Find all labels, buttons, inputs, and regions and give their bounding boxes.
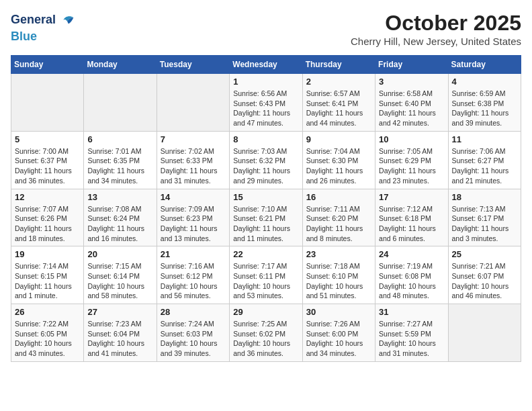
month-title: October 2025 [351,11,521,36]
day-number: 22 [233,249,298,259]
calendar-cell: 18Sunrise: 7:13 AMSunset: 6:17 PMDayligh… [448,189,521,246]
day-info: Sunrise: 7:12 AMSunset: 6:18 PMDaylight:… [379,204,444,244]
calendar-cell: 5Sunrise: 7:00 AMSunset: 6:37 PMDaylight… [11,131,84,189]
logo: General Blue [11,11,77,44]
day-info: Sunrise: 7:16 AMSunset: 6:12 PMDaylight:… [161,261,226,301]
calendar-cell: 28Sunrise: 7:24 AMSunset: 6:03 PMDayligh… [157,304,229,362]
weekday-header-tuesday: Tuesday [157,56,229,74]
day-info: Sunrise: 7:04 AMSunset: 6:30 PMDaylight:… [306,146,371,186]
day-number: 11 [452,134,517,144]
day-number: 9 [306,134,371,144]
calendar-cell: 4Sunrise: 6:59 AMSunset: 6:38 PMDaylight… [448,74,521,132]
day-info: Sunrise: 7:05 AMSunset: 6:29 PMDaylight:… [379,146,444,186]
calendar-cell: 27Sunrise: 7:23 AMSunset: 6:04 PMDayligh… [84,304,157,362]
title-section: October 2025 Cherry Hill, New Jersey, Un… [351,11,521,47]
day-info: Sunrise: 7:01 AMSunset: 6:35 PMDaylight:… [87,146,152,186]
calendar-cell: 15Sunrise: 7:10 AMSunset: 6:21 PMDayligh… [230,189,302,246]
day-info: Sunrise: 7:23 AMSunset: 6:04 PMDaylight:… [87,319,152,359]
calendar-cell: 30Sunrise: 7:26 AMSunset: 6:00 PMDayligh… [302,304,375,362]
day-number: 21 [161,249,226,259]
day-number: 1 [233,77,298,87]
calendar-cell: 9Sunrise: 7:04 AMSunset: 6:30 PMDaylight… [302,131,375,189]
day-number: 24 [379,249,444,259]
logo-bird-icon [58,11,77,30]
calendar-cell: 26Sunrise: 7:22 AMSunset: 6:05 PMDayligh… [11,304,84,362]
day-number: 7 [161,134,226,144]
day-info: Sunrise: 7:24 AMSunset: 6:03 PMDaylight:… [161,319,226,359]
day-number: 23 [306,249,371,259]
calendar-cell: 16Sunrise: 7:11 AMSunset: 6:20 PMDayligh… [302,189,375,246]
day-number: 5 [15,134,80,144]
calendar-week-row: 26Sunrise: 7:22 AMSunset: 6:05 PMDayligh… [11,304,521,362]
day-info: Sunrise: 7:17 AMSunset: 6:11 PMDaylight:… [233,261,298,301]
day-number: 3 [379,77,444,87]
page-header: General Blue October 2025 Cherry Hill, N… [11,11,521,47]
calendar-week-row: 12Sunrise: 7:07 AMSunset: 6:26 PMDayligh… [11,189,521,246]
day-info: Sunrise: 7:13 AMSunset: 6:17 PMDaylight:… [452,204,517,244]
calendar-cell: 13Sunrise: 7:08 AMSunset: 6:24 PMDayligh… [84,189,157,246]
day-number: 20 [87,249,152,259]
day-number: 17 [379,192,444,202]
calendar-cell: 2Sunrise: 6:57 AMSunset: 6:41 PMDaylight… [302,74,375,132]
calendar-cell: 29Sunrise: 7:25 AMSunset: 6:02 PMDayligh… [230,304,302,362]
calendar-cell: 6Sunrise: 7:01 AMSunset: 6:35 PMDaylight… [84,131,157,189]
calendar-cell: 25Sunrise: 7:21 AMSunset: 6:07 PMDayligh… [448,246,521,304]
weekday-header-row: SundayMondayTuesdayWednesdayThursdayFrid… [11,56,521,74]
weekday-header-wednesday: Wednesday [230,56,302,74]
day-number: 26 [15,307,80,317]
calendar-cell: 14Sunrise: 7:09 AMSunset: 6:23 PMDayligh… [157,189,229,246]
day-number: 2 [306,77,371,87]
day-number: 16 [306,192,371,202]
calendar-cell [448,304,521,362]
day-number: 12 [15,192,80,202]
logo-blue-text: Blue [11,30,77,44]
calendar-cell: 3Sunrise: 6:58 AMSunset: 6:40 PMDaylight… [375,74,448,132]
day-info: Sunrise: 6:57 AMSunset: 6:41 PMDaylight:… [306,89,371,128]
weekday-header-saturday: Saturday [448,56,521,74]
day-info: Sunrise: 7:14 AMSunset: 6:15 PMDaylight:… [15,261,80,301]
calendar-cell: 20Sunrise: 7:15 AMSunset: 6:14 PMDayligh… [84,246,157,304]
logo-text: General [11,13,56,28]
day-info: Sunrise: 6:56 AMSunset: 6:43 PMDaylight:… [233,89,298,128]
day-info: Sunrise: 7:02 AMSunset: 6:33 PMDaylight:… [161,146,226,186]
day-number: 6 [87,134,152,144]
calendar-cell [84,74,157,132]
day-info: Sunrise: 7:11 AMSunset: 6:20 PMDaylight:… [306,204,371,244]
calendar-cell: 7Sunrise: 7:02 AMSunset: 6:33 PMDaylight… [157,131,229,189]
day-number: 19 [15,249,80,259]
calendar-table: SundayMondayTuesdayWednesdayThursdayFrid… [11,55,521,362]
day-number: 15 [233,192,298,202]
day-info: Sunrise: 7:26 AMSunset: 6:00 PMDaylight:… [306,319,371,359]
weekday-header-sunday: Sunday [11,56,84,74]
day-info: Sunrise: 7:27 AMSunset: 5:59 PMDaylight:… [379,319,444,359]
day-number: 13 [87,192,152,202]
day-number: 30 [306,307,371,317]
calendar-cell [157,74,229,132]
day-info: Sunrise: 7:15 AMSunset: 6:14 PMDaylight:… [87,261,152,301]
weekday-header-monday: Monday [84,56,157,74]
calendar-cell: 31Sunrise: 7:27 AMSunset: 5:59 PMDayligh… [375,304,448,362]
day-info: Sunrise: 7:18 AMSunset: 6:10 PMDaylight:… [306,261,371,301]
day-info: Sunrise: 7:00 AMSunset: 6:37 PMDaylight:… [15,146,80,186]
day-number: 25 [452,249,517,259]
day-info: Sunrise: 7:08 AMSunset: 6:24 PMDaylight:… [87,204,152,244]
calendar-week-row: 1Sunrise: 6:56 AMSunset: 6:43 PMDaylight… [11,74,521,132]
day-info: Sunrise: 7:03 AMSunset: 6:32 PMDaylight:… [233,146,298,186]
weekday-header-thursday: Thursday [302,56,375,74]
day-number: 18 [452,192,517,202]
calendar-week-row: 5Sunrise: 7:00 AMSunset: 6:37 PMDaylight… [11,131,521,189]
day-info: Sunrise: 7:10 AMSunset: 6:21 PMDaylight:… [233,204,298,244]
day-number: 14 [161,192,226,202]
day-number: 10 [379,134,444,144]
calendar-cell: 23Sunrise: 7:18 AMSunset: 6:10 PMDayligh… [302,246,375,304]
day-info: Sunrise: 7:06 AMSunset: 6:27 PMDaylight:… [452,146,517,186]
day-info: Sunrise: 6:59 AMSunset: 6:38 PMDaylight:… [452,89,517,128]
day-number: 27 [87,307,152,317]
day-number: 31 [379,307,444,317]
day-info: Sunrise: 7:09 AMSunset: 6:23 PMDaylight:… [161,204,226,244]
calendar-cell: 24Sunrise: 7:19 AMSunset: 6:08 PMDayligh… [375,246,448,304]
location-text: Cherry Hill, New Jersey, United States [351,36,521,47]
calendar-cell: 1Sunrise: 6:56 AMSunset: 6:43 PMDaylight… [230,74,302,132]
calendar-cell: 10Sunrise: 7:05 AMSunset: 6:29 PMDayligh… [375,131,448,189]
day-number: 28 [161,307,226,317]
